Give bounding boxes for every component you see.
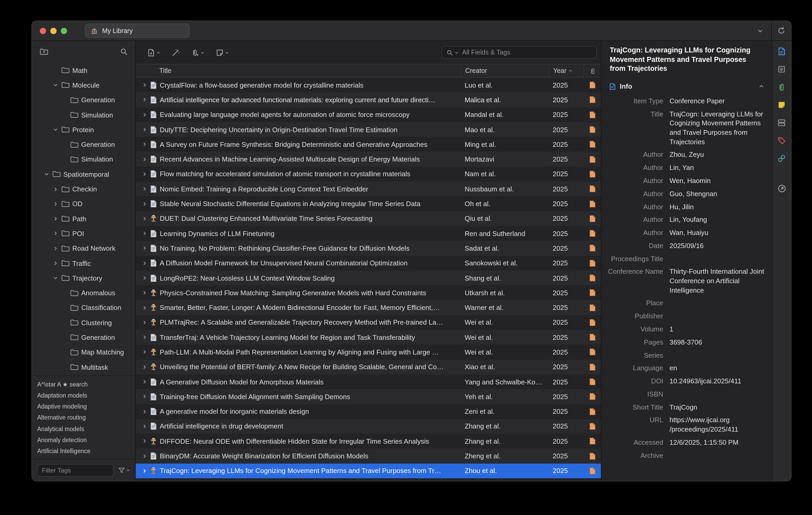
abstract-pane-icon[interactable]: [777, 64, 786, 74]
tag-item[interactable]: Adaptation models: [37, 390, 132, 401]
expand-chevron-icon[interactable]: [142, 468, 147, 473]
tag-filter-input[interactable]: [37, 464, 114, 477]
collection-item[interactable]: Simulation: [32, 108, 135, 123]
expand-chevron-icon[interactable]: [142, 364, 147, 370]
column-header-year[interactable]: Year: [549, 64, 584, 77]
add-by-identifier-button[interactable]: [172, 49, 180, 56]
item-row[interactable]: Artificial intelligence in drug developm…: [136, 419, 601, 434]
info-section-header[interactable]: Info: [601, 79, 772, 93]
collection-item[interactable]: POI: [32, 226, 135, 241]
item-row[interactable]: Physics-Constrained Flow Matching: Sampl…: [136, 285, 601, 300]
sync-button[interactable]: [772, 27, 791, 35]
item-row[interactable]: Stable Neural Stochastic Differential Eq…: [136, 196, 601, 211]
notes-pane-icon[interactable]: [777, 100, 786, 110]
minimize-window-button[interactable]: [50, 28, 57, 34]
expand-chevron-icon[interactable]: [142, 142, 147, 147]
collection-item[interactable]: Traffic: [32, 256, 135, 271]
field-value[interactable]: TrajCogn: [669, 403, 766, 412]
expand-chevron-icon[interactable]: [142, 127, 147, 132]
collection-item[interactable]: Generation: [32, 92, 135, 108]
field-value[interactable]: [669, 254, 766, 263]
tag-filter-options-button[interactable]: [118, 466, 130, 474]
field-value[interactable]: Lin, Youfang: [669, 215, 766, 224]
field-value[interactable]: [669, 311, 766, 321]
expand-chevron-icon[interactable]: [142, 424, 147, 429]
collection-item[interactable]: Math: [32, 63, 135, 78]
close-window-button[interactable]: [40, 28, 46, 34]
field-value[interactable]: Zhou, Zeyu: [669, 150, 766, 159]
collection-item[interactable]: Generation: [32, 330, 135, 345]
chevron-right-icon[interactable]: [52, 201, 59, 207]
collection-item[interactable]: Multitask: [32, 360, 135, 375]
libraries-collections-pane-icon[interactable]: [777, 118, 786, 128]
expand-chevron-icon[interactable]: [142, 82, 147, 88]
item-row[interactable]: DUET: Dual Clustering Enhanced Multivari…: [136, 211, 601, 226]
collection-item[interactable]: Map Matching: [32, 345, 135, 360]
tag-item[interactable]: A^\star A ★ search: [37, 379, 132, 390]
tag-item[interactable]: Anomaly detection: [37, 434, 132, 445]
item-row[interactable]: A generative model for inorganic materia…: [136, 404, 601, 419]
item-row[interactable]: DIFFODE: Neural ODE with Differentiable …: [136, 434, 601, 449]
locate-button[interactable]: [777, 184, 786, 193]
expand-chevron-icon[interactable]: [142, 231, 147, 236]
item-row[interactable]: Path-LLM: A Multi-Modal Path Representat…: [136, 345, 601, 360]
tag-item[interactable]: Alternative routing: [37, 412, 132, 423]
collection-item[interactable]: Path: [32, 211, 135, 226]
item-row[interactable]: No Training, No Problem: Rethinking Clas…: [136, 241, 601, 256]
item-row[interactable]: DutyTTE: Deciphering Uncertainty in Orig…: [136, 122, 601, 137]
collection-item[interactable]: Simulation: [32, 152, 135, 167]
expand-chevron-icon[interactable]: [142, 334, 147, 340]
expand-chevron-icon[interactable]: [142, 261, 147, 266]
collection-item[interactable]: Anomalous: [32, 286, 135, 300]
expand-chevron-icon[interactable]: [142, 439, 147, 444]
field-value[interactable]: [669, 299, 766, 308]
expand-chevron-icon[interactable]: [142, 350, 147, 355]
collection-item[interactable]: Molecule: [32, 78, 135, 93]
expand-chevron-icon[interactable]: [142, 305, 147, 310]
field-value[interactable]: [669, 451, 766, 460]
collection-item[interactable]: Spatiotemporal: [32, 167, 135, 182]
chevron-right-icon[interactable]: [52, 246, 59, 251]
field-value[interactable]: TrajCogn: Leveraging LLMs for Cognizing …: [669, 110, 766, 146]
collection-item[interactable]: Clustering: [32, 315, 135, 330]
item-row[interactable]: LongRoPE2: Near-Lossless LLM Context Win…: [136, 271, 601, 286]
field-value[interactable]: Wen, Haomin: [669, 176, 766, 185]
tag-item[interactable]: Analytical models: [37, 423, 132, 434]
field-value[interactable]: 1: [669, 325, 766, 334]
field-value[interactable]: 2025/09/16: [669, 241, 766, 250]
field-value[interactable]: [669, 351, 766, 360]
field-value[interactable]: Conference Paper: [669, 97, 766, 106]
zoom-window-button[interactable]: [61, 28, 67, 34]
field-value[interactable]: [669, 390, 766, 399]
collection-item[interactable]: Classification: [32, 300, 135, 316]
field-value[interactable]: Wan, Huaiyu: [669, 228, 766, 237]
expand-chevron-icon[interactable]: [142, 246, 147, 251]
expand-chevron-icon[interactable]: [142, 112, 147, 117]
item-row[interactable]: Nomic Embed: Training a Reproducible Lon…: [136, 182, 601, 196]
expand-chevron-icon[interactable]: [142, 409, 147, 414]
collections-search-icon[interactable]: [120, 48, 128, 55]
expand-chevron-icon[interactable]: [142, 97, 147, 103]
expand-chevron-icon[interactable]: [142, 394, 147, 399]
item-row[interactable]: PLMTrajRec: A Scalable and Generalizable…: [136, 315, 601, 330]
collection-item[interactable]: Generation: [32, 137, 135, 152]
item-row[interactable]: Artificial intelligence for advanced fun…: [136, 92, 601, 108]
chevron-right-icon[interactable]: [52, 186, 59, 192]
related-pane-icon[interactable]: [777, 154, 786, 163]
expand-chevron-icon[interactable]: [142, 379, 147, 384]
field-value[interactable]: Guo, Shengnan: [669, 189, 766, 198]
chevron-down-icon[interactable]: [52, 83, 59, 88]
expand-chevron-icon[interactable]: [142, 171, 147, 177]
item-row[interactable]: Unveiling the Potential of BERT-family: …: [136, 359, 601, 375]
expand-chevron-icon[interactable]: [142, 186, 147, 191]
item-row[interactable]: TrajCogn: Leveraging LLMs for Cognizing …: [136, 463, 601, 478]
field-value[interactable]: Hu, Jilin: [669, 202, 766, 211]
collection-item[interactable]: Checkin: [32, 182, 135, 197]
info-pane-icon[interactable]: [777, 47, 786, 56]
item-row[interactable]: Recent Advances in Machine Learning-Assi…: [136, 152, 601, 167]
expand-chevron-icon[interactable]: [142, 216, 147, 221]
field-value[interactable]: 10.24963/ijcai.2025/411: [669, 377, 766, 386]
expand-chevron-icon[interactable]: [142, 201, 147, 206]
search-box[interactable]: [442, 46, 597, 59]
titlebar[interactable]: My Library: [32, 21, 791, 41]
